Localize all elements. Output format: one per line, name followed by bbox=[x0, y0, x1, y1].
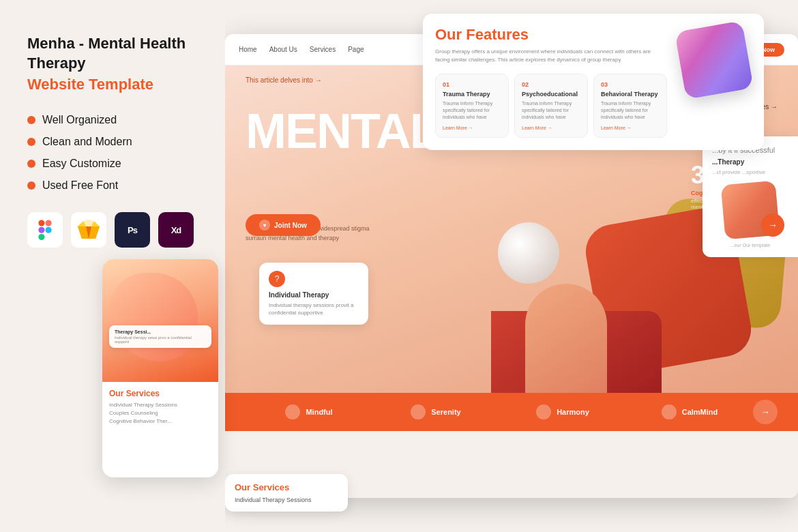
feature-card-1: 01 Trauma Therapy Trauma Inform Therapy … bbox=[435, 74, 509, 138]
mobile-blob-shape bbox=[109, 273, 198, 361]
right-panel-template: ...our Our template bbox=[712, 243, 788, 248]
tools-row: Ps Xd bbox=[27, 212, 198, 248]
serenity-icon bbox=[411, 404, 426, 419]
feature-card-1-num: 01 bbox=[443, 81, 501, 88]
mindful-label: Mindful bbox=[306, 408, 332, 416]
therapy-float-icon: ? bbox=[269, 271, 285, 287]
footer-brand-calmmind: CalmMind bbox=[626, 404, 753, 419]
nav-services[interactable]: Services bbox=[310, 46, 336, 53]
footer-brand-mindful: Mindful bbox=[246, 404, 372, 419]
photoshop-icon: Ps bbox=[115, 212, 150, 248]
xd-icon: Xd bbox=[158, 212, 194, 248]
right-panel-therapy: ...Therapy bbox=[712, 158, 788, 166]
mobile-service-item-3: Cognitive Behavior Ther... bbox=[109, 418, 211, 424]
features-title: Our Features bbox=[435, 26, 667, 44]
feature-card-3-title: Behavioral Therapy bbox=[601, 91, 660, 98]
cube-3d-image bbox=[675, 20, 754, 100]
features-panel: Our Features Group therapy offers a uniq… bbox=[423, 14, 764, 150]
hero-this-article[interactable]: This article delves into → bbox=[246, 76, 322, 84]
feature-card-1-title: Trauma Therapy bbox=[443, 91, 501, 98]
mobile-card: Therapy Sessi... Individual therapy sess… bbox=[102, 259, 218, 477]
nav-links: Home About Us Services Page bbox=[239, 46, 364, 53]
hero-heart-icon: ♥ bbox=[259, 220, 270, 231]
feature-card-2: 02 Psychoeducational Trauma Inform Thera… bbox=[514, 74, 588, 138]
feature-item-3: Easy Customize bbox=[27, 158, 198, 170]
figma-icon bbox=[27, 212, 63, 248]
footer-brand-serenity: Serenity bbox=[372, 404, 499, 419]
feature-card-2-link[interactable]: Learn More → bbox=[522, 125, 580, 130]
footer-brand-harmony: Harmony bbox=[499, 404, 626, 419]
bullet-3 bbox=[27, 160, 35, 168]
bullet-2 bbox=[27, 138, 35, 146]
right-panel-arrow-button[interactable]: → bbox=[761, 213, 784, 237]
feature-card-2-title: Psychoeducational bbox=[522, 91, 580, 98]
mobile-therapy-title: Therapy Sessi... bbox=[115, 329, 206, 334]
feature-item-1: Well Organized bbox=[27, 114, 198, 126]
feature-card-1-link[interactable]: Learn More → bbox=[443, 125, 501, 130]
feature-card-3-desc: Trauma Inform Therapy specifically tailo… bbox=[601, 100, 660, 120]
therapy-float-title: Individual Therapy bbox=[269, 291, 359, 299]
mobile-services-title: Our Services bbox=[109, 389, 211, 398]
sketch-icon bbox=[71, 212, 106, 248]
serenity-label: Serenity bbox=[431, 408, 460, 416]
svg-rect-2 bbox=[38, 227, 44, 233]
shape-peach-arch bbox=[525, 284, 607, 393]
feature-card-3-num: 03 bbox=[601, 81, 660, 88]
bottom-services-card: Our Services Individual Therapy Sessions bbox=[225, 474, 348, 512]
therapy-float-card: ? Individual Therapy Individual therapy … bbox=[259, 263, 368, 325]
feature-cards-row: 01 Trauma Therapy Trauma Inform Therapy … bbox=[435, 74, 667, 138]
nav-about[interactable]: About Us bbox=[269, 46, 297, 53]
features-list: Well Organized Clean and Modern Easy Cus… bbox=[27, 114, 198, 192]
harmony-icon bbox=[536, 404, 551, 419]
therapy-float-desc: Individual therapy sessions provit a con… bbox=[269, 301, 359, 316]
bullet-4 bbox=[27, 181, 35, 190]
bullet-1 bbox=[27, 116, 35, 124]
mobile-therapy-desc: Individual therapy sessi prov a confiden… bbox=[115, 336, 206, 344]
mobile-therapy-mini-card: Therapy Sessi... Individual therapy sess… bbox=[109, 325, 211, 348]
features-desc: Group therapy offers a unique environmen… bbox=[435, 48, 653, 64]
bottom-services-item: Individual Therapy Sessions bbox=[235, 497, 338, 503]
cube-preview-area bbox=[677, 26, 752, 138]
preview-footer: Mindful Serenity Harmony CalmMind → bbox=[225, 393, 798, 431]
feature-card-1-desc: Trauma Inform Therapy specifically tailo… bbox=[443, 100, 501, 120]
svg-rect-0 bbox=[38, 220, 44, 226]
feature-card-2-num: 02 bbox=[522, 81, 580, 88]
bottom-services-title: Our Services bbox=[235, 482, 338, 492]
mobile-card-image: Therapy Sessi... Individual therapy sess… bbox=[102, 259, 218, 382]
svg-point-3 bbox=[46, 227, 52, 233]
right-panel-desc: ...ct provide ...sportive bbox=[712, 168, 788, 176]
svg-rect-4 bbox=[38, 234, 44, 240]
harmony-label: Harmony bbox=[557, 408, 589, 416]
subtitle: Website Template bbox=[27, 76, 198, 93]
hero-join-button[interactable]: ♥ Joint Now bbox=[246, 214, 321, 236]
footer-arrow-button[interactable]: → bbox=[753, 400, 778, 424]
feature-card-3: 03 Behavioral Therapy Trauma Inform Ther… bbox=[593, 74, 667, 138]
feature-item-2: Clean and Modern bbox=[27, 136, 198, 148]
mobile-card-content: Our Services Individual Therapy Sessions… bbox=[102, 382, 218, 433]
calmmind-label: CalmMind bbox=[682, 408, 718, 416]
calmmind-icon bbox=[662, 404, 677, 419]
feature-item-4: Used Free Font bbox=[27, 179, 198, 192]
mobile-service-item-1: Individual Therapy Sessions bbox=[109, 402, 211, 408]
mobile-service-item-2: Couples Counseling bbox=[109, 410, 211, 416]
feature-card-2-desc: Trauma Inform Therapy specifically tailo… bbox=[522, 100, 580, 120]
main-title: Menha - Mental Health Therapy bbox=[27, 34, 198, 73]
feature-card-3-link[interactable]: Learn More → bbox=[601, 125, 660, 130]
mindful-icon bbox=[285, 404, 300, 419]
nav-home[interactable]: Home bbox=[239, 46, 257, 53]
right-side-panel: ...by it if successful ...Therapy ...ct … bbox=[703, 136, 798, 257]
shape-white-sphere bbox=[498, 222, 559, 284]
svg-rect-1 bbox=[46, 220, 52, 226]
nav-page[interactable]: Page bbox=[348, 46, 364, 53]
